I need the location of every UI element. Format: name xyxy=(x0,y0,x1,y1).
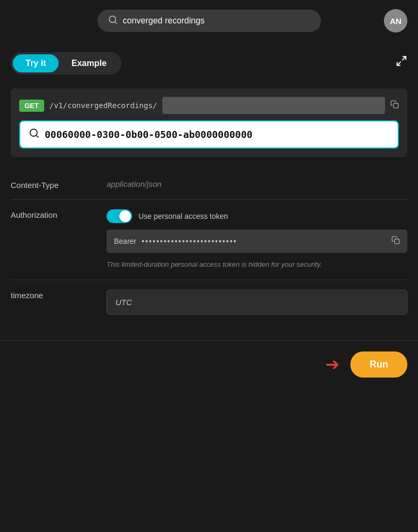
svg-rect-4 xyxy=(394,103,398,108)
expand-button[interactable] xyxy=(396,55,407,70)
run-button[interactable]: Run xyxy=(350,351,407,378)
id-value: 00060000-0300-0b00-0500-ab0000000000 xyxy=(45,129,389,140)
svg-line-1 xyxy=(114,21,116,23)
authorization-right: Use personal access token Bearer •••••••… xyxy=(106,209,407,270)
toggle-knob xyxy=(119,210,131,222)
timezone-row: timezone xyxy=(11,280,407,324)
api-path: /v1/convergedRecordings/ xyxy=(50,101,157,110)
fields-section: Content-Type application/json Authorizat… xyxy=(11,170,407,324)
bearer-dots: •••••••••••••••••••••••••• xyxy=(142,237,386,245)
toggle-label: Use personal access token xyxy=(138,211,228,221)
personal-access-token-toggle[interactable] xyxy=(106,209,132,223)
content-type-value: application/json xyxy=(106,179,407,189)
tabs-section: Try it Example xyxy=(0,42,418,83)
avatar[interactable]: AN xyxy=(384,9,407,32)
main-content: GET /v1/convergedRecordings/ 00060000-03… xyxy=(0,83,418,335)
svg-line-2 xyxy=(403,56,406,60)
tab-try-it[interactable]: Try it xyxy=(13,54,59,72)
timezone-input[interactable] xyxy=(106,290,407,315)
copy-icon-small[interactable] xyxy=(390,100,399,111)
search-bar[interactable]: converged recordings xyxy=(97,10,321,32)
id-search-icon xyxy=(29,128,39,141)
footer: ➔ Run xyxy=(0,340,418,388)
api-id-input[interactable] xyxy=(162,97,385,114)
bearer-label: Bearer xyxy=(114,237,136,245)
search-text: converged recordings xyxy=(123,16,310,26)
authorization-label: Authorization xyxy=(11,209,96,219)
tab-example[interactable]: Example xyxy=(59,54,119,72)
id-search-container[interactable]: 00060000-0300-0b00-0500-ab0000000000 xyxy=(19,120,399,149)
bearer-copy-icon[interactable] xyxy=(391,236,400,247)
toggle-row: Use personal access token xyxy=(106,209,407,223)
get-badge: GET xyxy=(19,100,44,112)
api-row: GET /v1/convergedRecordings/ xyxy=(19,97,399,114)
security-note: This limited-duration personal access to… xyxy=(106,259,407,270)
svg-line-6 xyxy=(36,135,38,137)
arrow-container: ➔ xyxy=(325,354,340,374)
svg-line-3 xyxy=(397,62,400,65)
content-type-label: Content-Type xyxy=(11,179,96,190)
authorization-row: Authorization Use personal access token … xyxy=(11,200,407,280)
timezone-label: timezone xyxy=(11,290,96,300)
run-arrow-icon: ➔ xyxy=(325,354,340,374)
search-icon xyxy=(108,15,118,27)
svg-rect-7 xyxy=(395,239,399,244)
bearer-row: Bearer •••••••••••••••••••••••••• xyxy=(106,230,407,253)
content-type-row: Content-Type application/json xyxy=(11,170,407,200)
header: converged recordings AN xyxy=(0,0,418,42)
api-section: GET /v1/convergedRecordings/ 00060000-03… xyxy=(11,88,407,157)
tabs-container: Try it Example xyxy=(11,52,121,75)
